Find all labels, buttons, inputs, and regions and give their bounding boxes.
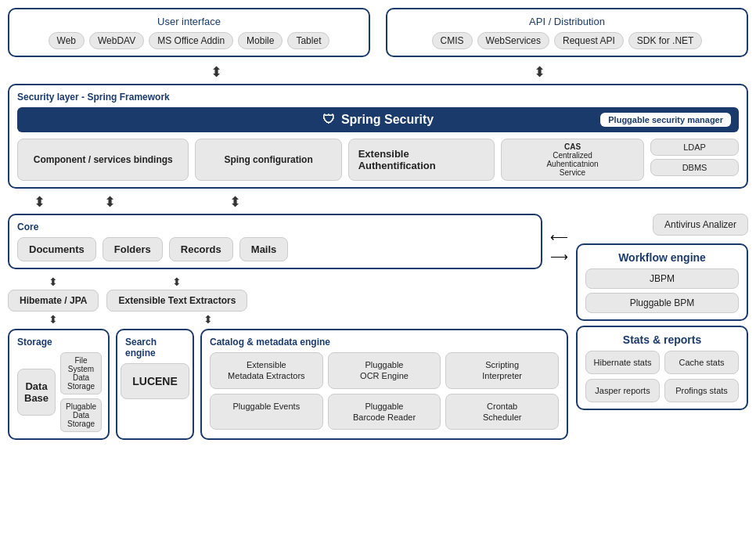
catalog-grid: ExtensibleMetadata Extractors PluggableO… — [210, 352, 559, 430]
arrow-3: ⬍ — [16, 193, 63, 211]
db-big-label: DataBase — [17, 369, 56, 416]
core-section: Core Documents Folders Records Mails — [8, 214, 542, 269]
catalog-chip-ext-metadata: ExtensibleMetadata Extractors — [210, 352, 323, 389]
ldap-dbms-block: LDAP DBMS — [650, 139, 739, 181]
core-right-row: Core Documents Folders Records Mails ⟵ ⟶… — [8, 214, 748, 440]
ext-text-chip: Extensible Text Extractors — [106, 290, 247, 312]
arrow-5: ⬍ — [157, 193, 313, 211]
stats-grid: Hibernate stats Cache stats Jasper repor… — [585, 351, 739, 402]
catalog-chip-crontab: CrontabScheduler — [445, 394, 559, 431]
spring-security-bar: 🛡 Spring Security Pluggable security man… — [17, 107, 739, 132]
core-main: Core Documents Folders Records Mails ⟵ ⟶… — [8, 214, 568, 440]
ext-auth-label: Extensible Authentification — [358, 148, 484, 171]
api-distribution-box: API / Distribution CMIS WebServices Requ… — [386, 8, 748, 57]
core-label: Core — [17, 222, 533, 232]
stats-chip-hibernate: Hibernate stats — [585, 351, 660, 374]
top-row: User interface Web WebDAV MS Office Addi… — [8, 8, 748, 57]
catalog-chip-barcode: PluggableBarcode Reader — [328, 394, 441, 431]
dbms-chip: DBMS — [650, 159, 739, 176]
ext-auth-chip: Extensible Authentification — [348, 139, 495, 181]
extractors-row: ⬍ Hibemate / JPA ⬍ ⬍ Extensible Text Ext… — [8, 276, 568, 326]
chip-webdav: WebDAV — [89, 32, 144, 49]
workflow-chip-pluggable: Pluggable BPM — [585, 293, 739, 313]
hibernate-chip: Hibemate / JPA — [8, 290, 99, 312]
cas-sub1: Centralized — [553, 151, 592, 160]
catalog-title: Catalog & metadata engine — [210, 337, 559, 348]
catalog-chip-events: Pluggable Events — [210, 394, 323, 431]
core-chips: Documents Folders Records Mails — [17, 237, 533, 261]
antivirus-row: Antivirus Analizer — [576, 214, 748, 236]
chip-msoffice: MS Office Addin — [149, 32, 233, 49]
pluggable-badge: Pluggable security manager — [600, 113, 731, 127]
hibernate-col: ⬍ Hibemate / JPA ⬍ — [8, 276, 99, 326]
workflow-chips: JBPM Pluggable BPM — [585, 268, 739, 313]
h-arrows: ⟵ ⟶ — [550, 214, 568, 264]
security-label: Security layer - Spring Framework — [17, 92, 739, 103]
chip-folders: Folders — [103, 237, 163, 261]
arrow-down-1: ⬍ — [211, 63, 222, 81]
security-section: Security layer - Spring Framework 🛡 Spri… — [8, 84, 748, 189]
shield-icon: 🛡 — [322, 113, 335, 127]
chip-mails: Mails — [239, 237, 289, 261]
ui-chips-row: Web WebDAV MS Office Addin Mobile Tablet — [19, 32, 359, 49]
core-plus-arrows: Core Documents Folders Records Mails ⟵ ⟶ — [8, 214, 568, 269]
spring-security-label: Spring Security — [341, 113, 434, 127]
cas-block: CAS Centralized Auhenticatnion Service — [501, 139, 644, 181]
workflow-title: Workflow engine — [585, 251, 739, 264]
arrow-row-1: ⬍ ⬍ — [8, 63, 748, 81]
cas-sub3: Service — [560, 168, 585, 177]
catalog-section: Catalog & metadata engine ExtensibleMeta… — [200, 329, 568, 440]
stats-section: Stats & reports Hibernate stats Cache st… — [576, 326, 748, 410]
chip-webservices: WebServices — [477, 32, 549, 49]
chip-requestapi: Request API — [554, 32, 624, 49]
storage-section: Storage DataBase File SystemData Storage… — [8, 329, 110, 440]
api-chips-row: CMIS WebServices Request API SDK for .NE… — [397, 32, 737, 49]
stats-chip-cache: Cache stats — [664, 351, 739, 374]
chip-tablet: Tablet — [287, 32, 329, 49]
chip-cmis: CMIS — [432, 32, 473, 49]
arrow-left-right-1: ⟵ — [550, 229, 568, 244]
right-column: Antivirus Analizer Workflow engine JBPM … — [576, 214, 748, 410]
stats-title: Stats & reports — [585, 333, 739, 346]
ldap-chip: LDAP — [650, 139, 739, 156]
api-distribution-title: API / Distribution — [397, 16, 737, 27]
catalog-chip-ocr: PluggableOCR Engine — [328, 352, 441, 389]
chip-sdkdotnet: SDK for .NET — [628, 32, 703, 49]
user-interface-box: User interface Web WebDAV MS Office Addi… — [8, 8, 370, 57]
storage-right: File SystemData Storage PlugableData Sto… — [60, 352, 102, 432]
storage-chip-plugable: PlugableData Storage — [60, 398, 102, 432]
component-bindings-chip: Component / services bindings — [17, 139, 189, 181]
arrow-up-down-4: ⬍ — [203, 313, 213, 326]
arrow-up-down-3: ⬍ — [172, 276, 182, 288]
ext-text-col: ⬍ Extensible Text Extractors ⬍ — [106, 276, 247, 326]
chip-web: Web — [49, 32, 85, 49]
stats-chip-profings: Profings stats — [664, 379, 739, 402]
arrow-row-2: ⬍ ⬍ ⬍ — [8, 193, 748, 211]
storage-title: Storage — [17, 337, 100, 348]
cas-title: CAS — [564, 142, 581, 151]
cas-sub2: Auhenticatnion — [546, 160, 598, 168]
chip-documents: Documents — [17, 237, 96, 261]
arrow-up-down-1: ⬍ — [49, 276, 58, 288]
workflow-section: Workflow engine JBPM Pluggable BPM — [576, 243, 748, 321]
chip-mobile: Mobile — [238, 32, 283, 49]
user-interface-title: User interface — [19, 16, 359, 27]
search-section: Search engine LUCENE — [116, 329, 194, 440]
bottom-sections: Storage DataBase File SystemData Storage… — [8, 329, 568, 440]
arrow-left-right-2: ⟶ — [550, 249, 568, 264]
storage-chip-filesystem: File SystemData Storage — [60, 352, 102, 394]
search-title: Search engine — [125, 337, 185, 358]
lucene-chip: LUCENE — [121, 363, 189, 399]
chip-records: Records — [169, 237, 233, 261]
workflow-chip-jbpm: JBPM — [585, 268, 739, 289]
security-bottom-row: Component / services bindings Sping conf… — [17, 139, 739, 181]
diagram-container: User interface Web WebDAV MS Office Addi… — [0, 0, 756, 544]
arrow-4: ⬍ — [70, 193, 149, 211]
sping-config-chip: Sping configuration — [195, 139, 341, 181]
arrow-up-down-2: ⬍ — [49, 313, 58, 326]
storage-inner: DataBase File SystemData Storage Plugabl… — [17, 352, 100, 432]
stats-chip-jasper: Jasper reports — [585, 379, 660, 402]
catalog-chip-scripting: ScriptingInterpreter — [445, 352, 559, 389]
arrow-down-2: ⬍ — [534, 63, 545, 81]
antivirus-chip: Antivirus Analizer — [653, 214, 748, 236]
